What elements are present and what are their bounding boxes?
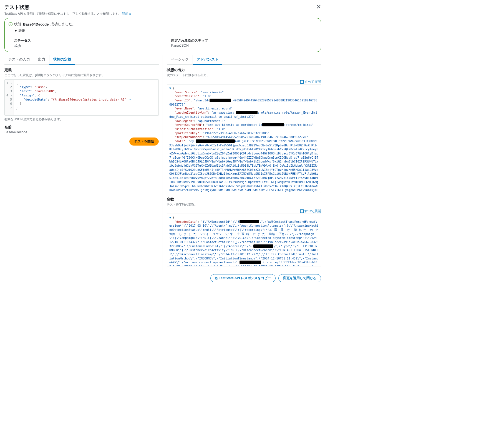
split-panes: テストの入力 出力 状態の定義 定義 ここで行った変更は、[適用] ボタンのクリ… — [4, 55, 321, 270]
expand-all-output[interactable]: + すべて展開 — [300, 79, 321, 84]
editor-content[interactable]: { "Type": "Pass", "Next": "ParseJSON", "… — [14, 80, 133, 115]
editor-gutter: 1 ▾ 2 3 4 ▾ 5 6 7 — [5, 80, 14, 115]
details-toggle[interactable]: ▼ 詳細 — [14, 28, 317, 33]
test-state-modal: テスト状態 TestState API を使用して状態を個別にテストし、正しく動… — [0, 0, 326, 286]
status-columns: ステータス 成功 想定される次のステップ ParseJSON — [14, 36, 317, 48]
start-test-button[interactable]: テストを開始 — [129, 138, 159, 146]
right-tabs: ベーシック アドバンスト — [167, 55, 321, 65]
status-col-status: ステータス 成功 — [14, 38, 160, 48]
variables-json[interactable]: ▼ { "decodedData": "{\"AWSAccountId\":\"… — [167, 214, 321, 266]
definition-title: 定義 — [4, 68, 159, 72]
json-hint: 有効な JSON 形式である必要があります。 — [4, 117, 159, 121]
tab-advanced[interactable]: アドバンスト — [193, 55, 222, 65]
copy-icon: ⧉ — [215, 276, 218, 280]
state-output-block: 状態の出力 次のステートに渡される出力。 + すべて展開 ▼ { "eventS… — [167, 68, 321, 193]
close-icon[interactable]: ✕ — [316, 4, 321, 10]
left-pane: テストの入力 出力 状態の定義 定義 ここで行った変更は、[適用] ボタンのクリ… — [4, 55, 163, 270]
state-output-title: 状態の出力 — [167, 68, 321, 72]
name-section: 名前 Base64Decode — [4, 125, 159, 134]
variables-subtitle: テスト終了時の変数。 — [167, 202, 321, 207]
collapse-arrow-icon[interactable]: ▼ — [169, 216, 171, 219]
tab-basic[interactable]: ベーシック — [167, 55, 193, 64]
modal-header: テスト状態 TestState API を使用して状態を個別にテストし、正しく動… — [4, 4, 321, 16]
tab-output[interactable]: 出力 — [34, 55, 49, 64]
variables-block: 変数 テスト終了時の変数。 + すべて展開 ▼ { "decodedData":… — [167, 197, 321, 266]
modal-subtitle: TestState API を使用して状態を個別にテストし、正しく動作することを… — [4, 12, 131, 16]
tab-state-definition[interactable]: 状態の定義 — [49, 55, 75, 65]
modal-footer: ⧉ TestState API レスポンスをコピー 変更を適用して閉じる — [4, 270, 321, 282]
status-col-next: 想定される次のステップ ParseJSON — [171, 38, 317, 48]
plus-icon: + — [300, 80, 304, 84]
definition-editor[interactable]: 1 ▾ 2 3 4 ▾ 5 6 7 { "Type": "Pass", "Nex… — [4, 79, 159, 116]
tab-test-input[interactable]: テストの入力 — [4, 55, 34, 64]
success-icon: ✓ — [9, 22, 12, 26]
apply-close-button[interactable]: 変更を適用して閉じる — [278, 274, 321, 282]
caret-down-icon: ▼ — [14, 29, 17, 33]
copy-response-button[interactable]: ⧉ TestState API レスポンスをコピー — [210, 274, 276, 282]
collapse-arrow-icon[interactable]: ▼ — [169, 86, 171, 90]
modal-title: テスト状態 — [4, 4, 131, 11]
state-output-json[interactable]: ▼ { "eventSource": "aws:kinesis" "eventV… — [167, 84, 321, 193]
status-message: ✓ 状態 Base64Decode 成功しました。 — [9, 22, 317, 27]
definition-subtitle: ここで行った変更は、[適用] ボタンのクリック時に定義に適用されます。 — [4, 73, 159, 77]
left-tabs: テストの入力 出力 状態の定義 — [4, 55, 159, 65]
edit-icon[interactable]: ✎ — [129, 98, 131, 101]
expand-all-variables[interactable]: + すべて展開 — [300, 209, 321, 214]
variables-title: 変数 — [167, 197, 321, 202]
right-pane: ベーシック アドバンスト 状態の出力 次のステートに渡される出力。 + すべて展… — [163, 55, 321, 270]
details-link[interactable]: 詳細 ⧉ — [122, 12, 131, 15]
state-output-subtitle: 次のステートに渡される出力。 — [167, 73, 321, 77]
status-alert: ✓ 状態 Base64Decode 成功しました。 ▼ 詳細 ステータス 成功 … — [4, 18, 321, 52]
plus-icon: + — [300, 209, 304, 213]
